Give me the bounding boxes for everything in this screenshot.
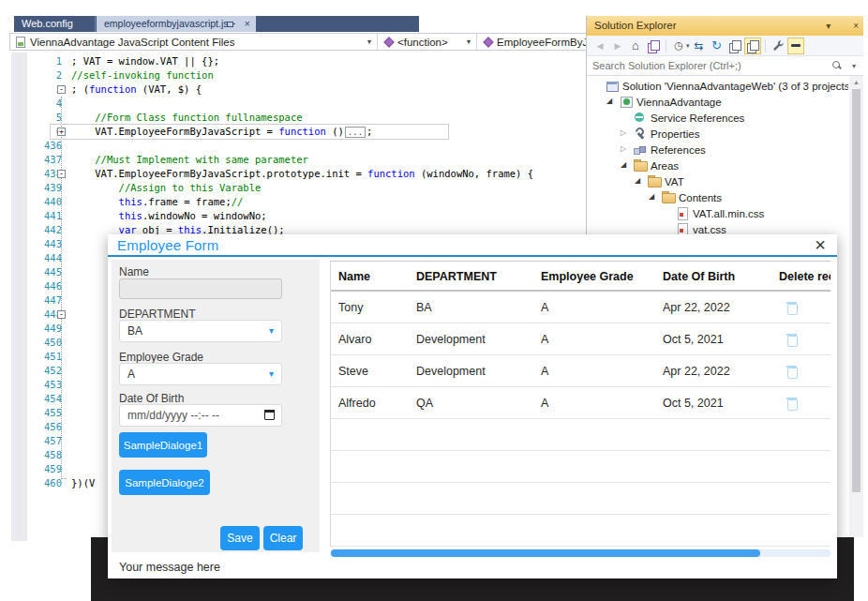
line-number: 4 [28, 97, 62, 111]
fold-collapse-icon[interactable]: - [57, 310, 66, 319]
tree-item-service-references[interactable]: Service References [587, 110, 848, 126]
refresh-icon[interactable]: ↻ [709, 38, 726, 54]
line-number: 437 [28, 153, 62, 167]
css-icon [676, 207, 689, 219]
collapse-icon[interactable]: ◢ [635, 176, 640, 185]
search-options-icon[interactable]: ▾ [852, 62, 856, 70]
sample-dialog-1-button[interactable]: SampleDialoge1 [119, 432, 207, 458]
project-files-label: ViennaAdvantage JavaScript Content Files [30, 37, 234, 48]
calendar-icon[interactable] [264, 410, 275, 420]
member-scope-dropdown[interactable]: EmployeeFormByJavaS [477, 34, 586, 50]
show-all-files-button[interactable] [744, 38, 761, 54]
save-button[interactable]: Save [220, 526, 260, 550]
close-tab-icon[interactable]: × [245, 16, 250, 32]
function-scope-dropdown[interactable]: <function> ▾ [378, 34, 477, 50]
sync-with-active-document-icon[interactable] [645, 38, 662, 54]
tree-item-viennaadvantage[interactable]: ◢ViennaAdvantage [587, 94, 848, 110]
close-dialog-icon[interactable]: × [815, 233, 826, 256]
window-menu-icon[interactable]: ▾ [826, 16, 831, 36]
sample-dialog-2-button[interactable]: SampleDialoge2 [119, 470, 210, 495]
line-number: 441 [28, 209, 62, 223]
sync-selection-icon[interactable]: ⇆ [691, 38, 708, 54]
line-number: 439 [28, 181, 62, 195]
code-line: 436 [9, 139, 585, 153]
table-row: TonyBAAApr 22, 2022 [331, 292, 831, 323]
department-select[interactable]: BA ▾ [119, 320, 282, 342]
code-line: 4 [9, 97, 585, 111]
status-message: Your message here [119, 561, 220, 574]
navigate-back-icon[interactable]: ◀ [591, 38, 608, 54]
auto-hide-pin-icon[interactable] [837, 22, 846, 31]
clear-button[interactable]: Clear [263, 526, 303, 550]
table-cell: Apr 22, 2022 [663, 292, 730, 323]
line-number: 454 [28, 392, 62, 406]
tree-item-vat-all-min-css[interactable]: VAT.all.min.css [587, 205, 848, 221]
tree-item-contents[interactable]: ◢Contents [587, 189, 848, 205]
search-icon[interactable] [832, 61, 843, 71]
line-number: 450 [28, 336, 62, 350]
expand-icon[interactable]: ▷ [621, 144, 626, 153]
line-number: 5 [28, 111, 62, 125]
preview-selected-items-button[interactable] [787, 38, 804, 54]
pending-changes-filter-icon[interactable]: ◷ [670, 38, 687, 54]
grade-value: A [127, 368, 135, 381]
collapse-icon[interactable]: ◢ [649, 192, 654, 201]
delete-record-icon[interactable] [786, 365, 798, 378]
collapse-icon[interactable]: ◢ [606, 97, 612, 105]
employee-form-panel: Name DEPARTMENT BA ▾ Employee Grade A ▾ … [112, 260, 320, 552]
horizontal-scrollbar[interactable] [330, 549, 831, 557]
table-row-empty [331, 451, 831, 483]
grade-select[interactable]: A ▾ [119, 363, 282, 385]
chevron-down-icon: ▾ [467, 38, 471, 46]
code-line: 2//self-invoking function [9, 68, 585, 83]
delete-record-icon[interactable] [786, 397, 798, 410]
table-cell: Steve [338, 355, 368, 387]
dob-input[interactable]: mm/dd/yyyy --:-- -- [119, 404, 282, 427]
tree-item-label: Properties [651, 127, 699, 142]
collapse-all-icon[interactable] [726, 38, 743, 54]
tree-item-solution-viennaadvantageweb-3-of[interactable]: Solution 'ViennaAdvantageWeb' (3 of 3 pr… [587, 78, 848, 94]
tab-webconfig[interactable]: Web.config [14, 16, 96, 32]
tab-label: Web.config [22, 18, 73, 29]
fold-expand-icon[interactable]: + [57, 128, 66, 136]
properties-icon[interactable] [770, 38, 786, 54]
fold-collapse-icon[interactable]: - [57, 170, 66, 178]
delete-record-icon[interactable] [786, 333, 798, 346]
screenshot-root: Web.config employeeformbyjavascript.js ×… [0, 0, 868, 601]
scrollbar-thumb[interactable] [852, 89, 861, 492]
member-scope-label: EmployeeFormByJavaS [497, 37, 586, 48]
line-number: 449 [28, 322, 62, 336]
line-number: 459 [28, 462, 62, 476]
code-text: this.windowNo = windowNo; [71, 209, 267, 223]
folder-icon [662, 191, 675, 203]
project-files-dropdown[interactable]: ViennaAdvantage JavaScript Content Files… [10, 34, 378, 50]
vertical-scrollbar[interactable]: ▲ [849, 76, 863, 537]
line-number: 443 [28, 237, 62, 251]
fold-collapse-icon[interactable]: - [57, 85, 66, 94]
line-number: 442 [28, 223, 62, 237]
collapse-icon[interactable]: ◢ [621, 160, 626, 169]
name-field[interactable] [119, 278, 282, 299]
navigate-forward-icon[interactable]: ▶ [609, 38, 626, 54]
code-text: ; (function (VAT, $) { [71, 83, 202, 97]
code-text: })(V [71, 476, 95, 490]
tree-item-properties[interactable]: ▷Properties [587, 126, 848, 142]
tree-item-areas[interactable]: ◢Areas [587, 158, 848, 173]
scroll-up-icon[interactable]: ▲ [853, 79, 860, 85]
table-cell: A [541, 323, 548, 355]
pin-icon[interactable] [226, 20, 235, 29]
code-text: VAT.EmployeeFormByJavaScript.prototype.i… [71, 167, 533, 181]
folder-icon [648, 175, 661, 188]
search-input[interactable] [592, 56, 827, 75]
project-icon [620, 96, 633, 108]
service-icon [634, 112, 647, 124]
tree-item-references[interactable]: ▷References [587, 142, 848, 158]
scrollbar-thumb[interactable] [331, 549, 760, 557]
delete-record-icon[interactable] [786, 301, 798, 314]
expand-icon[interactable]: ▷ [621, 128, 626, 137]
tree-item-vat[interactable]: ◢VAT [587, 173, 848, 189]
table-cell: A [541, 292, 548, 323]
tab-employeeformbyjavascript[interactable]: employeeformbyjavascript.js × [97, 16, 256, 32]
close-panel-icon[interactable]: × [853, 16, 859, 36]
home-icon[interactable]: ⌂ [627, 38, 644, 54]
